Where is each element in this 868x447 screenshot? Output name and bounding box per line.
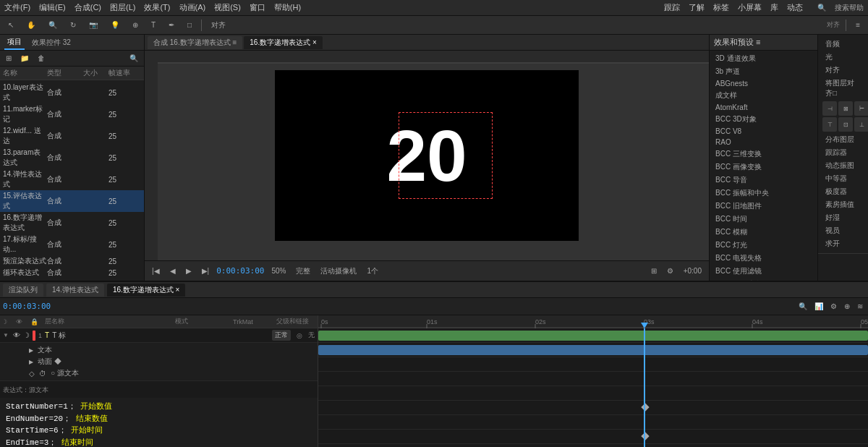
list-item[interactable]: 13.param表达式 合成 25 [0,147,144,169]
toolbar-workspace[interactable]: ≡ [852,20,864,30]
align-btn-3[interactable]: ⊢ [854,101,868,116]
sub-expand-text[interactable]: ▶ [29,347,33,354]
play-prev-btn[interactable]: ◀ [167,266,179,276]
align-btn-4[interactable]: ⊤ [822,117,837,132]
effect-cat-10[interactable]: BCC 导音 [710,174,817,187]
tool-audio[interactable]: 音频 [822,38,864,51]
effect-cat-6[interactable]: BCC V8 [710,126,817,137]
effect-cat-1[interactable]: 3b 声道 [710,65,817,78]
effect-cat-17[interactable]: BCC 使用滤镜 [710,265,817,278]
effect-cat-7[interactable]: RAO [710,137,817,148]
layer-sub-row-2[interactable]: ▶ 动面 ◆ [29,356,316,367]
list-item[interactable]: 循环表达式 合成 25 [0,267,144,278]
toolbar-rotate[interactable]: ↻ [67,20,80,30]
menu-composition[interactable]: 合成(C) [75,2,101,13]
effect-cat-16[interactable]: BCC 电视失格 [710,252,817,265]
tool-interpolate[interactable]: 素房插值 [822,198,864,211]
play-first-btn[interactable]: |◀ [149,266,163,276]
preview-settings-btn[interactable]: ⚙ [664,266,676,276]
menu-layer[interactable]: 图层(L) [110,2,135,13]
time-display[interactable]: 0:00:03:00 [216,266,264,276]
layer-item-1[interactable]: ▼ 👁 ☽ 1 T T 标 正常 ◎ 无 [0,328,318,343]
list-item[interactable]: 14.弹性表达式 合成 25 [0,169,144,190]
list-item[interactable]: 12.widf... 送达 合成 25 [0,125,144,147]
effect-cat-11[interactable]: BCC 振幅和中央 [710,187,817,200]
tl-ctrl-search[interactable]: 🔍 [796,302,809,311]
tool-wiggler[interactable]: 极度器 [822,185,864,198]
effect-cat-2[interactable]: ABGnests [710,78,817,89]
comp-tab-1[interactable]: 合成 16.数字递增表达式 ≡ [148,36,242,49]
tool-view[interactable]: 视员 [822,224,864,237]
toolbar-zoom-tool[interactable]: 🔍 [45,20,61,30]
list-item[interactable]: 16.数字递增表达式 合成 25 [0,212,144,234]
layer-parent-1[interactable]: 无 [308,331,315,340]
align-btn-5[interactable]: ⊡ [838,117,853,132]
zoom-select[interactable]: 50% [268,266,289,276]
effect-cat-0[interactable]: 3D 通道效果 [710,52,817,65]
effect-cat-5[interactable]: BCC 3D对象 [710,113,817,126]
menu-help[interactable]: 帮助(H) [274,2,301,13]
tl-tab-render[interactable]: 渲染队列 [3,284,43,297]
align-btn-6[interactable]: ⊥ [854,117,868,132]
folder-btn[interactable]: 📁 [17,54,32,63]
menu-effects[interactable]: 效果(T) [144,2,170,13]
toolbar-hand[interactable]: ✋ [23,20,39,30]
tl-ctrl-motion-blur[interactable]: ≋ [855,302,865,311]
delete-btn[interactable]: 🗑 [35,54,48,63]
view-1-btn[interactable]: 1个 [364,265,381,277]
active-camera-btn[interactable]: 活动摄像机 [318,265,359,277]
effect-cat-13[interactable]: BCC 时间 [710,213,817,226]
tool-distribute[interactable]: 分布图层 [822,133,864,146]
toolbar-camera[interactable]: 📷 [85,20,101,30]
new-item-btn[interactable]: ⊞ [3,54,14,63]
top-right-library[interactable]: 库 [770,2,778,13]
tl-time-display[interactable]: 0:00:03:00 [3,302,51,311]
toolbar-align-btn[interactable]: 对齐 [208,19,229,32]
top-right-dynamic[interactable]: 动态 [787,2,803,13]
effect-cat-12[interactable]: BCC 旧地图件 [710,200,817,213]
tool-light[interactable]: 光 [822,51,864,64]
toolbar-arrow[interactable]: ↖ [4,20,17,30]
tool-align[interactable]: 对齐 [822,64,864,77]
layer-sub-row-1[interactable]: ▶ 文本 [29,344,316,356]
tl-ctrl-mask[interactable]: ⊕ [842,302,852,311]
layer-sub-row-3[interactable]: ◇ ⏱ ○ 源文本 [29,367,316,379]
tl-tab-active[interactable]: 16.数字递增表达式 × [107,284,186,297]
layer-expand-1[interactable]: ▼ [3,332,10,339]
play-btn[interactable]: ▶ [183,266,195,276]
top-right-small-screen[interactable]: 小屏幕 [738,2,762,13]
toolbar-text-tool[interactable]: T [148,20,159,30]
list-item[interactable]: 10.layer表达式 合成 25 [0,82,144,103]
layer-mode-1[interactable]: 正常 [272,330,291,341]
resolution-select[interactable]: 完整 [293,265,313,277]
tl-ctrl-properties[interactable]: ⚙ [828,302,839,311]
menu-window[interactable]: 窗口 [250,2,265,13]
list-item[interactable]: 15.评估表达式 合成 25 [0,190,144,212]
tool-motion-sketch[interactable]: 动态振图 [822,159,864,172]
search-icon[interactable]: 🔍 [817,4,826,12]
tl-ctrl-graph[interactable]: 📊 [812,302,825,311]
tab-effects-controls[interactable]: 效果控件 32 [29,36,74,49]
effect-cat-8[interactable]: BCC 三维变换 [710,148,817,161]
menu-edit[interactable]: 编辑(E) [39,2,66,13]
tool-open[interactable]: 求开 [822,237,864,250]
menu-view[interactable]: 视图(S) [214,2,241,13]
comp-tab-2[interactable]: 16.数字递增表达式 × [244,36,323,49]
tool-align-layers[interactable]: 将图层对齐□ [822,77,864,100]
tool-tracker[interactable]: 跟踪器 [822,146,864,159]
search-label[interactable]: 搜索帮助 [835,3,864,13]
menu-file[interactable]: 文件(F) [4,2,30,13]
effect-cat-9[interactable]: BCC 画像变换 [710,161,817,174]
top-right-learn[interactable]: 了解 [689,2,705,13]
tool-good[interactable]: 好湿 [822,211,864,224]
stopwatch-icon[interactable]: ⏱ [39,370,46,378]
toolbar-anchor[interactable]: ⊕ [129,20,142,30]
sub-expand-anim[interactable]: ▶ [29,359,33,365]
toolbar-light[interactable]: 💡 [107,20,123,30]
toolbar-shape[interactable]: □ [184,20,195,30]
grid-btn[interactable]: ⊞ [648,266,660,276]
layer-eye-1[interactable]: 👁 [13,331,20,339]
search-project-btn[interactable]: 🔍 [127,54,141,63]
align-btn-1[interactable]: ⊣ [822,101,837,116]
tab-project[interactable]: 项目 [4,35,25,50]
